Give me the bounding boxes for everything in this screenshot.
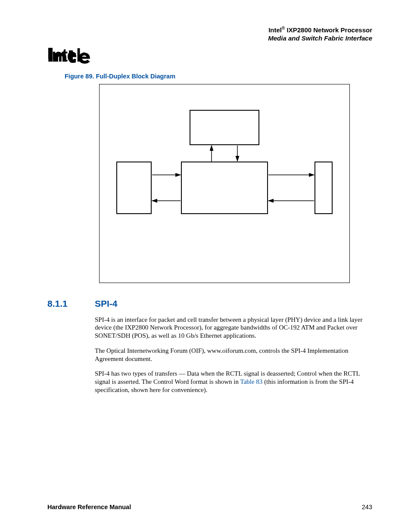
table-83-xref[interactable]: Table 83 xyxy=(240,378,263,385)
svg-rect-7 xyxy=(315,162,332,214)
section-heading: 8.1.1 SPI-4 xyxy=(47,299,372,309)
header-line1: Intel® IXP2800 Network Processor xyxy=(47,26,372,34)
figure-caption: Figure 89. Full-Duplex Block Diagram xyxy=(65,73,372,80)
svg-rect-5 xyxy=(117,162,151,214)
footer-title: Hardware Reference Manual xyxy=(47,504,131,510)
page-header: Intel® IXP2800 Network Processor Media a… xyxy=(47,26,372,43)
footer-page-number: 243 xyxy=(362,504,372,510)
header-product: IXP2800 Network Processor xyxy=(285,26,372,34)
header-brand: Intel xyxy=(268,26,282,34)
intel-logo: . intel® xyxy=(47,45,372,66)
svg-rect-4 xyxy=(190,110,259,145)
header-line2: Media and Switch Fabric Interface xyxy=(47,34,372,43)
section-number: 8.1.1 xyxy=(47,299,79,309)
paragraph-3: SPI-4 has two types of transfers — Data … xyxy=(95,370,372,394)
section-title: SPI-4 xyxy=(95,299,118,309)
paragraph-2: The Optical Internetworking Forum (OIF),… xyxy=(95,347,372,363)
svg-rect-6 xyxy=(181,162,268,214)
figure-diagram xyxy=(99,84,350,283)
page-footer: Hardware Reference Manual 243 xyxy=(47,504,372,510)
paragraph-1: SPI-4 is an interface for packet and cel… xyxy=(95,316,372,340)
